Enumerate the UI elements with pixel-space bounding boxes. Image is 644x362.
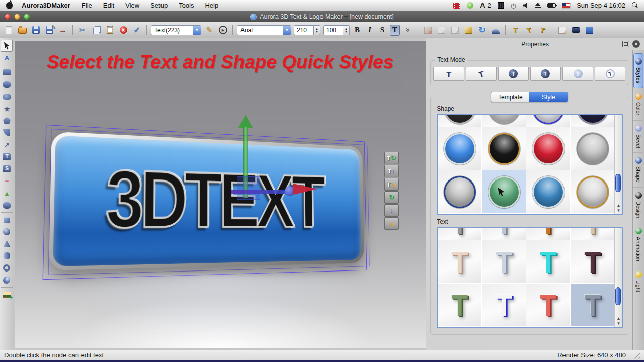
shape-style-swatch[interactable] bbox=[438, 170, 481, 213]
move-object-button[interactable]: ↕ bbox=[384, 204, 399, 217]
text-style-swatch[interactable]: T bbox=[438, 228, 481, 240]
export-button[interactable] bbox=[57, 24, 68, 36]
tab-color[interactable]: Color bbox=[633, 88, 643, 120]
text-style-swatch[interactable]: T bbox=[438, 284, 481, 326]
text-mode-ring[interactable]: T bbox=[595, 67, 625, 81]
menu-item[interactable]: Setup bbox=[150, 2, 168, 9]
shape-style-swatch[interactable] bbox=[571, 170, 614, 213]
globe-tool[interactable] bbox=[1, 274, 13, 288]
scale-text-button[interactable]: T↘ bbox=[384, 178, 399, 191]
depth-field[interactable]: 100 bbox=[323, 25, 343, 35]
extrude-tool[interactable] bbox=[1, 199, 13, 213]
text-style-swatch[interactable]: T bbox=[438, 240, 481, 283]
text-style2-button[interactable] bbox=[523, 24, 534, 36]
open-button[interactable] bbox=[17, 24, 28, 36]
film-status-icon[interactable] bbox=[453, 3, 460, 9]
battery-icon[interactable] bbox=[547, 3, 556, 8]
text-mode-flat-tilted[interactable]: T bbox=[466, 67, 497, 81]
tab-light[interactable]: Light bbox=[633, 266, 643, 297]
cube-tool[interactable] bbox=[1, 214, 13, 226]
tab-styles[interactable]: Styles bbox=[633, 53, 643, 88]
menu-item[interactable]: Help bbox=[205, 2, 218, 9]
text-style1-button[interactable] bbox=[510, 24, 521, 36]
text-mode-sphere-light[interactable]: T bbox=[562, 67, 593, 81]
shape-style-swatch[interactable] bbox=[438, 115, 481, 127]
text-tool[interactable]: A bbox=[1, 52, 13, 65]
scroll-up-icon[interactable]: ▲ bbox=[615, 317, 622, 321]
window-titlebar[interactable]: Aurora 3D Text & Logo Maker – [new docum… bbox=[0, 11, 644, 22]
disabled-cube-button[interactable] bbox=[422, 24, 433, 36]
scrollbar-thumb[interactable] bbox=[615, 287, 621, 305]
shape-style-swatch[interactable] bbox=[482, 170, 526, 213]
gizm-plane-handle[interactable] bbox=[237, 176, 260, 200]
text-style-swatch[interactable]: T bbox=[482, 284, 526, 326]
rotate-object-button[interactable]: ↻ bbox=[384, 191, 399, 204]
shape-style-swatch[interactable] bbox=[526, 127, 570, 170]
logo-3d-object[interactable]: 3DTEXT bbox=[49, 131, 364, 270]
rotate-text-button[interactable]: T↻ bbox=[384, 152, 399, 164]
font-size-spin-buttons[interactable]: ▲▼ bbox=[314, 25, 320, 35]
y-axis-arrow-icon[interactable] bbox=[238, 115, 253, 128]
object-selector-combo[interactable]: Text(223) bbox=[151, 25, 201, 35]
rounded-rect2-tool[interactable] bbox=[1, 78, 13, 90]
us-flag-icon[interactable] bbox=[562, 3, 570, 8]
shape-3d-tool[interactable]: S bbox=[1, 163, 13, 175]
menu-item[interactable]: Aurora3DMaker bbox=[22, 2, 70, 9]
resize-grip[interactable] bbox=[633, 352, 640, 359]
sphere-tool[interactable] bbox=[1, 226, 13, 238]
text-style-swatch[interactable]: T bbox=[526, 228, 570, 240]
apply-button[interactable] bbox=[131, 24, 142, 36]
text-style-swatch[interactable]: T bbox=[526, 284, 570, 326]
text-style-swatch[interactable]: T bbox=[571, 240, 614, 283]
copy-button[interactable] bbox=[91, 24, 102, 36]
select-tool[interactable] bbox=[1, 40, 13, 52]
adobe-status-icon[interactable] bbox=[480, 2, 485, 9]
text-style3-button[interactable] bbox=[537, 24, 548, 36]
add-node-button[interactable] bbox=[556, 24, 568, 36]
paste-button[interactable] bbox=[104, 24, 115, 36]
gold-cube-button[interactable] bbox=[463, 24, 474, 36]
close-window-button[interactable] bbox=[5, 14, 11, 20]
text-style-swatch[interactable]: T bbox=[482, 228, 526, 240]
scroll-up-icon[interactable]: ▲ bbox=[615, 204, 622, 208]
scroll-down-icon[interactable]: ▼ bbox=[615, 322, 622, 326]
grid-status-icon[interactable] bbox=[498, 2, 504, 9]
chevron-down-icon[interactable] bbox=[283, 26, 291, 35]
import-image-tool[interactable] bbox=[1, 289, 13, 301]
spline-tool[interactable]: ~ bbox=[1, 175, 13, 187]
disabled-edit2-button[interactable] bbox=[449, 24, 460, 36]
document-canvas[interactable]: Select the Text and Shape Quick Styles 3… bbox=[15, 41, 426, 348]
blue-square-button[interactable] bbox=[584, 24, 595, 36]
move-text-button[interactable]: T↓ bbox=[384, 165, 399, 177]
bold-button[interactable]: B bbox=[352, 25, 362, 36]
shape-style-swatch[interactable] bbox=[438, 127, 481, 170]
scale-object-button[interactable]: ↘ bbox=[384, 217, 399, 230]
shape-style-swatch[interactable] bbox=[482, 127, 526, 170]
text-style-swatch[interactable]: T bbox=[482, 240, 526, 283]
cut-button[interactable] bbox=[77, 24, 88, 36]
rounded-rect-tool[interactable] bbox=[1, 66, 13, 78]
pentagon-tool[interactable] bbox=[1, 115, 13, 127]
text-3d-tool[interactable]: T bbox=[1, 151, 13, 163]
cylinder-tool[interactable] bbox=[1, 250, 13, 262]
text-style-swatch[interactable]: T bbox=[571, 228, 614, 240]
text-mode-sphere[interactable]: T bbox=[498, 67, 529, 81]
x-axis-arrow-icon[interactable] bbox=[293, 184, 317, 195]
delete-button[interactable] bbox=[118, 24, 129, 36]
text-mode-sphere-tilted[interactable]: T bbox=[530, 67, 561, 81]
volume-icon[interactable] bbox=[523, 3, 528, 8]
save-button[interactable] bbox=[30, 24, 41, 36]
zoom-window-button[interactable] bbox=[24, 14, 30, 20]
cone-tool[interactable] bbox=[1, 238, 13, 250]
close-panel-icon[interactable] bbox=[632, 40, 640, 48]
shape-grid-scrollbar[interactable]: ▲▼ bbox=[614, 115, 622, 214]
play-button[interactable] bbox=[217, 24, 228, 36]
quarter-shape-tool[interactable] bbox=[1, 127, 13, 139]
tab-animation[interactable]: Animation bbox=[633, 223, 643, 266]
text-mode-flat[interactable]: T bbox=[433, 67, 464, 81]
eject-icon[interactable] bbox=[535, 3, 541, 8]
node-edit-tool[interactable]: ▲ bbox=[1, 187, 13, 199]
scrollbar-thumb[interactable] bbox=[615, 174, 621, 192]
font-family-combo[interactable]: Arial bbox=[237, 25, 291, 35]
text-style-swatch[interactable]: T bbox=[571, 284, 614, 326]
